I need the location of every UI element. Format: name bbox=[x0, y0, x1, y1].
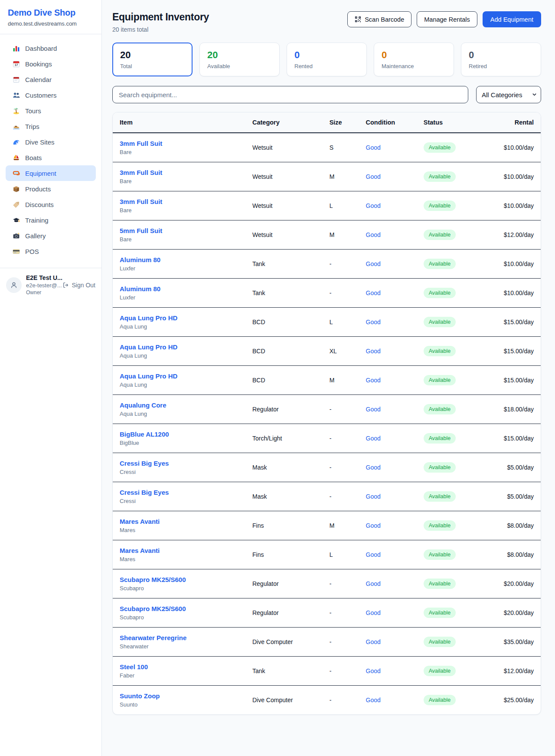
sidebar-item-dive-sites[interactable]: Dive Sites bbox=[6, 134, 96, 150]
table-row: Aqua Lung Pro HD Aqua Lung BCD M Good Av… bbox=[113, 366, 541, 395]
condition-link[interactable]: Good bbox=[366, 348, 381, 355]
status-badge: Available bbox=[424, 317, 456, 327]
item-brand: Mares bbox=[120, 556, 238, 562]
item-brand: Shearwater bbox=[120, 643, 238, 650]
item-name-link[interactable]: Scubapro MK25/S600 bbox=[120, 605, 238, 612]
item-name-link[interactable]: Aqua Lung Pro HD bbox=[120, 343, 238, 351]
calendar-date-icon: 17 bbox=[12, 60, 20, 68]
col-header-status: Status bbox=[417, 112, 487, 133]
condition-link[interactable]: Good bbox=[366, 493, 381, 500]
condition-link[interactable]: Good bbox=[366, 289, 381, 296]
item-name-link[interactable]: Aqualung Core bbox=[120, 401, 238, 409]
condition-cell: Good bbox=[359, 366, 417, 395]
stat-card-retired[interactable]: 0 Retired bbox=[461, 43, 541, 76]
category-filter[interactable]: All Categories bbox=[476, 86, 541, 103]
item-cell: Aqua Lung Pro HD Aqua Lung bbox=[113, 337, 245, 366]
sidebar-item-training[interactable]: Training bbox=[6, 212, 96, 228]
rental-cell: $25.00/day bbox=[487, 686, 541, 715]
condition-link[interactable]: Good bbox=[366, 144, 381, 151]
item-name-link[interactable]: Suunto Zoop bbox=[120, 692, 238, 700]
rental-cell: $8.00/day bbox=[487, 540, 541, 569]
sidebar-item-customers[interactable]: Customers bbox=[6, 87, 96, 103]
sidebar-item-label: Bookings bbox=[25, 60, 52, 68]
category-cell: Regulator bbox=[245, 569, 323, 598]
brand-name[interactable]: Demo Dive Shop bbox=[8, 8, 94, 18]
condition-link[interactable]: Good bbox=[366, 260, 381, 267]
item-name-link[interactable]: Mares Avanti bbox=[120, 518, 238, 525]
item-name-link[interactable]: Mares Avanti bbox=[120, 547, 238, 554]
status-badge: Available bbox=[424, 579, 456, 589]
stat-card-available[interactable]: 20 Available bbox=[199, 43, 280, 76]
condition-link[interactable]: Good bbox=[366, 319, 381, 325]
item-name-link[interactable]: Shearwater Peregrine bbox=[120, 634, 238, 641]
stat-card-maintenance[interactable]: 0 Maintenance bbox=[374, 43, 454, 76]
size-cell: XL bbox=[323, 337, 359, 366]
col-header-item: Item bbox=[113, 112, 245, 133]
sidebar: Demo Dive Shop demo.test.divestreams.com… bbox=[0, 0, 102, 756]
sidebar-item-products[interactable]: Products bbox=[6, 181, 96, 197]
stat-value: 0 bbox=[382, 49, 446, 61]
status-cell: Available bbox=[417, 569, 487, 598]
sidebar-item-pos[interactable]: POS bbox=[6, 243, 96, 259]
condition-link[interactable]: Good bbox=[366, 551, 381, 558]
stat-card-total[interactable]: 20 Total bbox=[112, 43, 193, 76]
manage-rentals-button[interactable]: Manage Rentals bbox=[417, 11, 477, 27]
item-name-link[interactable]: Cressi Big Eyes bbox=[120, 489, 238, 496]
search-input[interactable] bbox=[112, 86, 468, 103]
condition-link[interactable]: Good bbox=[366, 464, 381, 471]
table-row: Mares Avanti Mares Fins L Good Available… bbox=[113, 540, 541, 569]
item-name-link[interactable]: Steel 100 bbox=[120, 663, 238, 671]
brand-domain: demo.test.divestreams.com bbox=[8, 20, 94, 27]
size-cell: - bbox=[323, 686, 359, 715]
item-name-link[interactable]: 3mm Full Suit bbox=[120, 140, 238, 147]
item-cell: 5mm Full Suit Bare bbox=[113, 220, 245, 250]
sidebar-item-bookings[interactable]: 17 Bookings bbox=[6, 56, 96, 72]
items-total-count: 20 items total bbox=[112, 26, 209, 33]
item-name-link[interactable]: 3mm Full Suit bbox=[120, 198, 238, 205]
sidebar-item-dashboard[interactable]: Dashboard bbox=[6, 40, 96, 56]
sidebar-item-boats[interactable]: Boats bbox=[6, 150, 96, 165]
sidebar-item-discounts[interactable]: Discounts bbox=[6, 197, 96, 212]
people-icon bbox=[12, 91, 20, 99]
sidebar-item-calendar[interactable]: Calendar bbox=[6, 72, 96, 87]
status-badge: Available bbox=[424, 549, 456, 560]
condition-link[interactable]: Good bbox=[366, 435, 381, 442]
item-name-link[interactable]: Aluminum 80 bbox=[120, 256, 238, 263]
condition-link[interactable]: Good bbox=[366, 406, 381, 413]
condition-link[interactable]: Good bbox=[366, 231, 381, 238]
sidebar-item-label: Gallery bbox=[25, 232, 46, 240]
condition-link[interactable]: Good bbox=[366, 522, 381, 529]
table-row: Steel 100 Faber Tank - Good Available $1… bbox=[113, 657, 541, 686]
status-cell: Available bbox=[417, 395, 487, 424]
item-name-link[interactable]: Scubapro MK25/S600 bbox=[120, 576, 238, 583]
item-name-link[interactable]: Cressi Big Eyes bbox=[120, 460, 238, 467]
status-cell: Available bbox=[417, 250, 487, 279]
condition-link[interactable]: Good bbox=[366, 638, 381, 645]
scan-barcode-button[interactable]: Scan Barcode bbox=[347, 11, 411, 27]
condition-link[interactable]: Good bbox=[366, 609, 381, 616]
sign-out-button[interactable]: Sign Out bbox=[62, 282, 95, 289]
item-name-link[interactable]: 3mm Full Suit bbox=[120, 169, 238, 176]
table-row: Scubapro MK25/S600 Scubapro Regulator - … bbox=[113, 569, 541, 598]
sidebar-item-equipment[interactable]: Equipment bbox=[6, 165, 96, 181]
condition-link[interactable]: Good bbox=[366, 173, 381, 180]
item-name-link[interactable]: Aluminum 80 bbox=[120, 285, 238, 293]
condition-link[interactable]: Good bbox=[366, 377, 381, 384]
sidebar-item-trips[interactable]: Trips bbox=[6, 118, 96, 134]
rental-cell: $35.00/day bbox=[487, 628, 541, 657]
item-name-link[interactable]: BigBlue AL1200 bbox=[120, 431, 238, 438]
item-cell: Steel 100 Faber bbox=[113, 657, 245, 686]
condition-link[interactable]: Good bbox=[366, 580, 381, 587]
status-badge: Available bbox=[424, 666, 456, 676]
wave-icon bbox=[12, 138, 20, 146]
stat-card-rented[interactable]: 0 Rented bbox=[287, 43, 367, 76]
condition-link[interactable]: Good bbox=[366, 697, 381, 703]
condition-link[interactable]: Good bbox=[366, 667, 381, 674]
item-name-link[interactable]: Aqua Lung Pro HD bbox=[120, 372, 238, 380]
item-name-link[interactable]: Aqua Lung Pro HD bbox=[120, 314, 238, 322]
sidebar-item-gallery[interactable]: Gallery bbox=[6, 228, 96, 243]
sidebar-item-tours[interactable]: Tours bbox=[6, 103, 96, 118]
item-name-link[interactable]: 5mm Full Suit bbox=[120, 227, 238, 234]
condition-link[interactable]: Good bbox=[366, 202, 381, 209]
add-equipment-button[interactable]: Add Equipment bbox=[483, 11, 541, 27]
